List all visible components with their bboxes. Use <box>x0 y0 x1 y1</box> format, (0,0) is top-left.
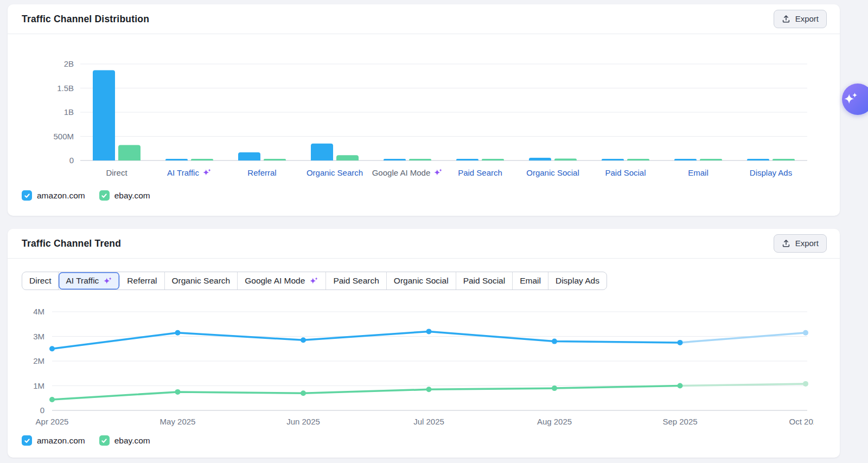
category-label-organic-social[interactable]: Organic Social <box>516 168 589 177</box>
x-tick-jun-2025: Jun 2025 <box>286 417 320 426</box>
tab-ai-traffic[interactable]: AI Traffic <box>59 272 120 290</box>
point-amazon-com-may-2025[interactable] <box>175 330 181 336</box>
export-label: Export <box>795 239 819 248</box>
point-amazon-com-apr-2025[interactable] <box>49 346 55 351</box>
y-tick-1b: 1B <box>64 107 74 117</box>
export-button[interactable]: Export <box>774 234 827 253</box>
x-tick-may-2025: May 2025 <box>160 417 196 426</box>
point-ebay-com-oct-2025[interactable] <box>803 381 808 387</box>
line-ebay-com <box>52 386 680 400</box>
bar-paid-social-ebay-com[interactable] <box>627 159 649 160</box>
bar-google-ai-mode-ebay-com[interactable] <box>409 159 431 160</box>
category-label-referral[interactable]: Referral <box>226 168 298 177</box>
bar-google-ai-mode-amazon-com[interactable] <box>384 159 406 160</box>
point-ebay-com-jul-2025[interactable] <box>426 387 432 392</box>
category-label-email[interactable]: Email <box>662 168 735 177</box>
legend-checkbox-ebay-com[interactable] <box>99 190 110 201</box>
bar-ai-traffic-ebay-com[interactable] <box>191 159 213 160</box>
trend-tab-bar: DirectAI Traffic ReferralOrganic SearchG… <box>22 272 607 290</box>
point-ebay-com-jun-2025[interactable] <box>301 390 306 396</box>
category-label-display-ads[interactable]: Display Ads <box>735 168 807 177</box>
legend-item-ebay-com: ebay.com <box>99 190 150 201</box>
tab-organic-search[interactable]: Organic Search <box>165 272 238 290</box>
legend-item-ebay-com: ebay.com <box>99 435 150 446</box>
bar-paid-social-amazon-com[interactable] <box>602 159 624 160</box>
point-amazon-com-jul-2025[interactable] <box>426 329 432 334</box>
point-amazon-com-jun-2025[interactable] <box>301 337 306 343</box>
y-tick-2b: 2B <box>64 59 74 68</box>
distribution-legend: amazon.comebay.com <box>22 190 826 201</box>
export-icon <box>782 15 790 23</box>
tab-paid-social[interactable]: Paid Social <box>456 272 513 290</box>
legend-checkbox-amazon-com[interactable] <box>22 190 32 201</box>
category-label-ai-traffic[interactable]: AI Traffic <box>153 168 226 177</box>
legend-checkbox-ebay-com[interactable] <box>99 435 110 446</box>
bar-display-ads-amazon-com[interactable] <box>747 159 769 160</box>
category-label-paid-social[interactable]: Paid Social <box>589 168 662 177</box>
point-ebay-com-may-2025[interactable] <box>175 389 181 395</box>
tab-display-ads[interactable]: Display Ads <box>548 272 607 290</box>
tab-email[interactable]: Email <box>513 272 548 290</box>
tab-direct[interactable]: Direct <box>22 272 59 290</box>
x-tick-apr-2025: Apr 2025 <box>36 417 69 426</box>
bar-organic-search-amazon-com[interactable] <box>311 144 333 160</box>
distribution-card: Traffic Channel Distribution Export 0500… <box>8 4 840 216</box>
legend-label: ebay.com <box>114 436 150 446</box>
bar-referral-ebay-com[interactable] <box>264 159 286 160</box>
sparkle-icon <box>433 168 443 177</box>
category-label-direct: Direct <box>80 168 153 177</box>
legend-item-amazon-com: amazon.com <box>22 435 85 446</box>
y-tick-500m: 500M <box>53 132 74 141</box>
trend-card-header: Traffic Channel Trend Export <box>8 229 840 259</box>
trend-card: Traffic Channel Trend Export DirectAI Tr… <box>8 229 840 458</box>
export-button[interactable]: Export <box>774 10 827 28</box>
category-label-paid-search[interactable]: Paid Search <box>444 168 516 177</box>
point-ebay-com-sep-2025[interactable] <box>678 383 683 389</box>
distribution-bar-chart: 0500M1B1.5B2B <box>22 55 814 167</box>
legend-checkbox-amazon-com[interactable] <box>22 435 32 446</box>
export-icon <box>782 239 790 248</box>
bar-paid-search-amazon-com[interactable] <box>456 159 478 160</box>
legend-label: amazon.com <box>37 436 85 446</box>
distribution-category-row: DirectAI Traffic ReferralOrganic SearchG… <box>80 168 807 177</box>
check-icon <box>101 438 107 444</box>
check-icon <box>101 192 107 199</box>
point-ebay-com-apr-2025[interactable] <box>49 397 55 402</box>
bar-direct-ebay-com[interactable] <box>118 145 141 161</box>
bar-organic-social-amazon-com[interactable] <box>529 158 551 160</box>
sparkle-icon <box>843 92 858 107</box>
trend-title: Traffic Channel Trend <box>22 238 121 249</box>
category-label-organic-search[interactable]: Organic Search <box>298 168 371 177</box>
point-amazon-com-oct-2025[interactable] <box>803 330 808 336</box>
point-amazon-com-aug-2025[interactable] <box>552 339 557 344</box>
x-tick-oct-2025: Oct 2025 <box>789 417 814 426</box>
category-label-google-ai-mode: Google AI Mode <box>371 168 444 177</box>
y-tick-1-5b: 1.5B <box>57 83 74 93</box>
bar-display-ads-ebay-com[interactable] <box>773 159 795 160</box>
y-tick-3m: 3M <box>33 332 44 341</box>
bar-email-ebay-com[interactable] <box>700 159 722 160</box>
bar-organic-social-ebay-com[interactable] <box>554 159 577 160</box>
x-tick-sep-2025: Sep 2025 <box>662 417 697 426</box>
y-tick-1m: 1M <box>33 381 44 390</box>
line-amazon-com <box>52 331 680 349</box>
sparkle-icon <box>843 92 858 107</box>
distribution-title: Traffic Channel Distribution <box>22 14 149 25</box>
bar-ai-traffic-amazon-com[interactable] <box>165 159 188 160</box>
ai-assistant-button[interactable] <box>842 83 868 115</box>
bar-direct-amazon-com[interactable] <box>93 70 115 160</box>
bar-email-amazon-com[interactable] <box>674 159 697 160</box>
tab-google-ai-mode[interactable]: Google AI Mode <box>238 272 326 290</box>
sparkle-icon <box>202 168 212 177</box>
bar-organic-search-ebay-com[interactable] <box>336 155 359 160</box>
tab-referral[interactable]: Referral <box>120 272 164 290</box>
sparkle-icon <box>103 276 112 286</box>
bar-paid-search-ebay-com[interactable] <box>482 159 504 160</box>
y-tick-2m: 2M <box>33 356 44 365</box>
bar-referral-amazon-com[interactable] <box>238 152 260 160</box>
point-amazon-com-sep-2025[interactable] <box>678 340 683 345</box>
point-ebay-com-aug-2025[interactable] <box>552 385 557 391</box>
tab-organic-social[interactable]: Organic Social <box>387 272 456 290</box>
tab-paid-search[interactable]: Paid Search <box>326 272 386 290</box>
x-tick-jul-2025: Jul 2025 <box>413 417 444 426</box>
